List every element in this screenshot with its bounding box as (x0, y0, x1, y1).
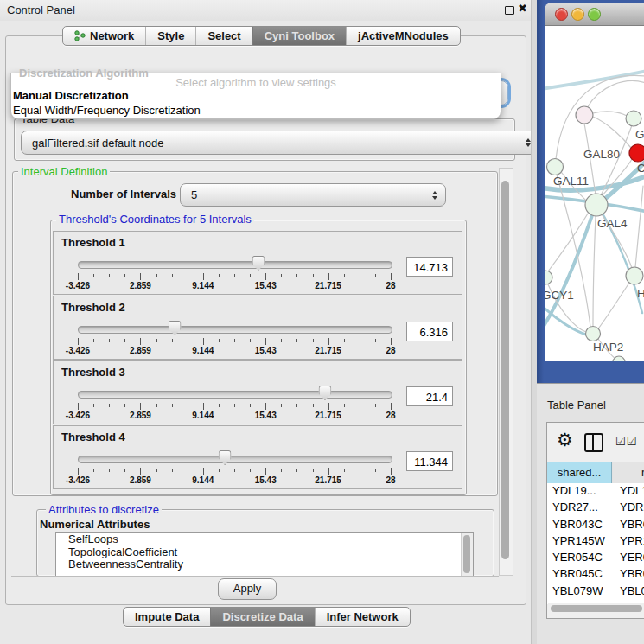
spinner-arrows-icon (432, 191, 437, 200)
close-traffic-light-icon[interactable] (555, 8, 568, 21)
tick-mark (281, 339, 282, 342)
network-canvas[interactable]: GAL80GACGAL11GAL4GCY1HHAP2 (545, 26, 644, 361)
table-row[interactable]: YPR145WYPR1 (547, 533, 644, 550)
tab-label: Infer Network (327, 610, 399, 623)
threshold-slider[interactable]: -3.4262.8599.14415.4321.71528 (78, 450, 391, 486)
slider-track[interactable] (78, 456, 392, 463)
tick-mark (296, 469, 297, 472)
node-label: GCY1 (545, 289, 574, 302)
dropdown-option[interactable]: Equal Width/Frequency Discretization (11, 103, 501, 118)
network-node[interactable] (576, 106, 593, 124)
slider-track[interactable] (78, 391, 392, 399)
float-window-icon[interactable] (505, 6, 514, 15)
gear-icon[interactable]: ⚙ (557, 430, 573, 449)
tab-jactivemnodules[interactable]: jActiveMNodules (346, 27, 460, 45)
network-node[interactable] (629, 144, 644, 162)
axis-tick-label: 21.715 (315, 281, 341, 290)
threshold-slider[interactable]: -3.4262.8599.14415.4321.71528 (78, 385, 391, 421)
scrollbar-thumb[interactable] (551, 605, 642, 612)
tick-mark (93, 469, 94, 472)
table-row[interactable]: YBR043CYBR0 (547, 517, 644, 533)
network-window-titlebar[interactable] (545, 3, 644, 26)
network-node[interactable] (585, 194, 608, 216)
tick-mark (250, 274, 251, 277)
table-row[interactable]: YER054CYER0 (547, 550, 644, 566)
table-hscrollbar[interactable] (548, 603, 644, 614)
tick-mark (234, 404, 235, 407)
network-node[interactable] (545, 271, 552, 284)
tick-mark (172, 274, 173, 277)
threshold-label: Threshold 3 (61, 366, 125, 379)
tab-select[interactable]: Select (195, 27, 252, 45)
tab-cyni-toolbox[interactable]: Cyni Toolbox (252, 27, 346, 45)
table-panel-body: ⚙ ☑☑ shared... n YDL19...YDL1YDR27...YDR… (546, 422, 644, 619)
threshold-slider[interactable]: -3.4262.8599.14415.4321.71528 (78, 255, 391, 291)
interval-definition-label: Interval Definition (18, 166, 110, 177)
table-row[interactable]: YBL079WYBL0 (547, 583, 644, 600)
dropdown-option[interactable]: Manual Discretization (11, 88, 501, 103)
tick-mark (360, 404, 360, 407)
attribute-list-item[interactable]: SelfLoops (56, 533, 473, 546)
threshold-panel: Threshold 4 -3.4262.8599.14415.4321.7152… (53, 425, 462, 489)
cell-shared-name: YBR045C (552, 567, 603, 580)
column-header-name[interactable]: n (613, 462, 644, 483)
numerical-attributes-list[interactable]: SelfLoopsTopologicalCoefficientBetweenne… (55, 532, 474, 577)
bottom-tab-impute-data[interactable]: Impute Data (124, 608, 210, 626)
tick-mark (281, 469, 282, 472)
tick-mark (250, 339, 251, 342)
node-label: HAP2 (593, 341, 623, 354)
panel-title: Control Panel (7, 3, 75, 16)
table-data-combo[interactable]: galFiltered.sif default node (21, 131, 539, 155)
slider-track[interactable] (78, 326, 392, 334)
slider-ticks (78, 403, 391, 410)
column-header-shared-name[interactable]: shared... (547, 462, 612, 483)
bottom-tab-discretize-data[interactable]: Discretize Data (210, 608, 314, 626)
table-row[interactable]: YDL19...YDL1 (547, 483, 644, 500)
tick-mark (234, 469, 235, 472)
list-scrollbar[interactable] (461, 533, 473, 576)
axis-tick-label: 15.43 (255, 475, 277, 485)
axis-tick-label: 28 (386, 411, 395, 420)
minimize-traffic-light-icon[interactable] (571, 8, 584, 21)
cell-name: YER0 (620, 551, 644, 564)
slider-ticks (78, 273, 391, 280)
panel-scrollbar[interactable] (499, 168, 513, 576)
attribute-list-item[interactable]: BetweennessCentrality (56, 558, 473, 571)
threshold-value-field[interactable]: 6.316 (406, 322, 453, 341)
scrollbar-thumb[interactable] (463, 535, 470, 573)
network-node[interactable] (613, 356, 625, 361)
bottom-tab-infer-network[interactable]: Infer Network (315, 608, 410, 626)
right-region: GAL80GACGAL11GAL4GCY1HHAP2 Table Panel ⚙… (537, 0, 644, 644)
node-label: C (637, 162, 644, 175)
threshold-value-field[interactable]: 21.4 (406, 386, 453, 406)
number-of-intervals-combo[interactable]: 5 (180, 183, 446, 207)
cell-shared-name: YER054C (552, 551, 603, 564)
apply-button[interactable]: Apply (218, 578, 277, 600)
slider-track[interactable] (78, 261, 392, 269)
axis-tick-label: 28 (386, 346, 395, 355)
table-row[interactable]: YBR045CYBR0 (547, 566, 644, 583)
tab-style[interactable]: Style (145, 27, 195, 45)
network-node[interactable] (626, 111, 641, 126)
attribute-list-item[interactable]: TopologicalCoefficient (56, 546, 473, 559)
threshold-value-field[interactable]: 11.344 (406, 451, 453, 471)
zoom-traffic-light-icon[interactable] (588, 8, 601, 21)
network-node[interactable] (586, 327, 601, 341)
node-label: GAL11 (553, 175, 589, 188)
table-row[interactable]: YDR27...YDR2 (547, 500, 644, 516)
close-icon[interactable]: ✖ (518, 2, 527, 15)
threshold-value-field[interactable]: 14.713 (406, 257, 453, 277)
checkbox-checked-icons[interactable]: ☑☑ (615, 435, 637, 448)
cell-name: YBR0 (620, 567, 644, 580)
axis-tick-label: -3.426 (66, 346, 90, 355)
network-node[interactable] (626, 267, 643, 284)
column-view-icon[interactable] (584, 433, 603, 452)
network-node[interactable] (547, 159, 564, 175)
network-icon (74, 30, 86, 41)
network-edge (593, 112, 627, 116)
bottom-tab-bar: Impute DataDiscretize DataInfer Network (123, 607, 411, 627)
node-label: H (637, 287, 644, 300)
tab-network[interactable]: Network (63, 27, 145, 45)
threshold-slider[interactable]: -3.4262.8599.14415.4321.71528 (78, 320, 391, 356)
scrollbar-thumb[interactable] (501, 181, 509, 559)
